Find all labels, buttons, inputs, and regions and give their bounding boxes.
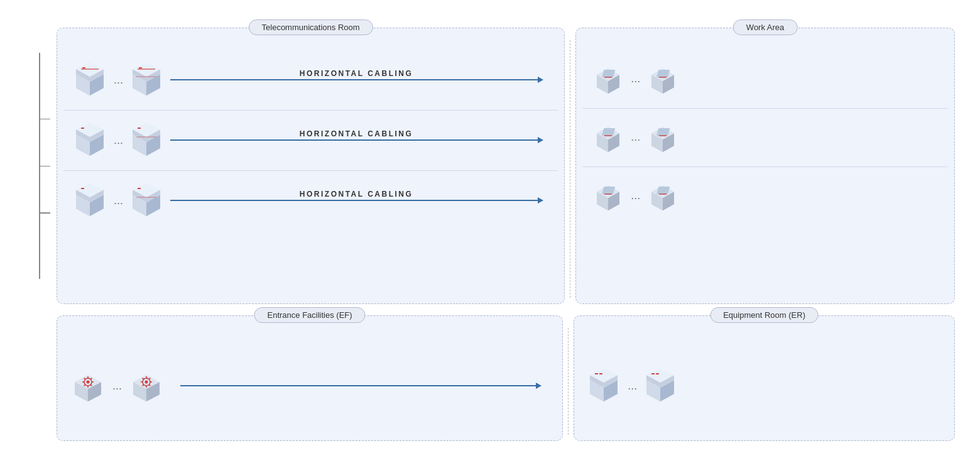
workstation-icon-2 — [646, 62, 679, 97]
svg-rect-15 — [139, 67, 142, 68]
bottom-section: Entrance Facilities (EF) — [57, 315, 955, 441]
wa-row-2: ... — [582, 109, 948, 167]
arrowhead-2 — [538, 137, 543, 143]
workstation-icon-3 — [592, 120, 624, 155]
equipment-room-label: Equipment Room (ER) — [710, 307, 819, 323]
svg-rect-46 — [138, 188, 141, 189]
svg-rect-38 — [81, 188, 84, 189]
bottom-section-divider — [568, 328, 569, 435]
h-cabling-connector-2: HORIZONTAL CABLING — [170, 139, 542, 141]
er-icon-group: ... — [587, 368, 678, 405]
server-icon-1 — [73, 62, 107, 99]
telecom-row-3: ... — [63, 171, 558, 231]
equipment-room-box: Equipment Room (ER) — [574, 315, 955, 441]
entrance-facilities-label: Entrance Facilities (EF) — [254, 307, 366, 323]
wa-dots-2: ... — [631, 131, 640, 144]
telecom-icon-group-3: ... — [73, 182, 164, 219]
h-cabling-text-3: HORIZONTAL CABLING — [300, 190, 413, 199]
ef-icon-group: ... — [70, 366, 165, 405]
telecom-room-box: Telecommunications Room — [57, 28, 565, 304]
ef-er-line — [180, 385, 540, 386]
wa-row-1: ... — [582, 50, 948, 109]
h-cabling-connector-3: HORIZONTAL CABLING — [170, 200, 542, 201]
workstation-icon-6 — [646, 178, 679, 214]
dots-2: ... — [114, 134, 123, 147]
work-area-box: Work Area — [575, 28, 955, 304]
wa-icon-group-3: ... — [592, 178, 679, 214]
svg-point-88 — [87, 381, 90, 384]
svg-rect-63 — [602, 128, 615, 136]
arrow-line-2 — [170, 139, 542, 141]
arrowhead-1 — [538, 77, 543, 83]
svg-rect-125 — [651, 373, 655, 374]
svg-rect-69 — [656, 128, 670, 136]
h-cabling-text-2: HORIZONTAL CABLING — [300, 129, 413, 138]
wa-dots-3: ... — [631, 189, 640, 202]
backbone-tick-2 — [39, 166, 50, 167]
er-icon-2 — [643, 368, 678, 405]
h-cabling-text-1: HORIZONTAL CABLING — [300, 69, 413, 78]
wa-row-3: ... — [582, 167, 948, 225]
workstation-icon-1 — [592, 62, 624, 97]
workstation-icon-5 — [592, 178, 624, 214]
svg-rect-126 — [656, 373, 659, 374]
section-divider — [570, 40, 570, 298]
svg-rect-7 — [82, 67, 85, 68]
telecom-room-label: Telecommunications Room — [249, 19, 373, 35]
svg-rect-23 — [81, 128, 84, 129]
backbone-tick-3 — [39, 212, 50, 214]
backbone-tick-1 — [39, 119, 50, 120]
svg-rect-31 — [138, 128, 141, 129]
server-icon-2 — [129, 62, 164, 99]
telecom-icon-group-1: ... — [73, 62, 164, 99]
top-boxes-pair: Telecommunications Room — [57, 28, 955, 304]
workstation-icon-4 — [646, 120, 679, 155]
er-dots: ... — [628, 379, 637, 393]
svg-rect-57 — [656, 70, 670, 77]
dots-1: ... — [114, 74, 123, 87]
ef-icon-1 — [70, 366, 106, 405]
telecom-row-1: ... — [63, 50, 558, 111]
work-area-label: Work Area — [733, 19, 797, 35]
ef-er-arrowhead — [536, 383, 542, 389]
telecom-icon-group-2: ... — [73, 122, 164, 159]
er-icon-1 — [587, 368, 621, 405]
arrowhead-3 — [538, 197, 543, 204]
svg-rect-118 — [599, 373, 602, 374]
wa-dots-1: ... — [631, 72, 640, 85]
arrow-line-3 — [170, 200, 542, 201]
h-cabling-connector-1: HORIZONTAL CABLING — [170, 79, 542, 80]
svg-rect-75 — [602, 187, 615, 194]
svg-rect-117 — [595, 373, 598, 374]
ef-dots: ... — [112, 379, 122, 393]
telecom-row-2: ... — [63, 111, 558, 171]
wa-icon-group-2: ... — [592, 120, 679, 155]
top-section: BACKBONE CABLING Telecommunications Room — [25, 15, 955, 304]
wa-icon-group-1: ... — [592, 62, 679, 97]
ef-icon-2 — [128, 366, 165, 405]
dots-3: ... — [114, 194, 123, 207]
server-icon-3 — [73, 122, 107, 159]
server-icon-5 — [73, 182, 107, 219]
server-icon-4 — [129, 122, 164, 159]
svg-point-102 — [145, 381, 148, 384]
backbone-cabling-area: BACKBONE CABLING — [25, 28, 57, 304]
server-icon-6 — [129, 182, 164, 219]
ef-row: ... — [70, 366, 550, 405]
svg-rect-81 — [656, 187, 670, 194]
arrow-line-1 — [170, 79, 542, 80]
svg-rect-51 — [602, 70, 615, 77]
entrance-facilities-box: Entrance Facilities (EF) — [57, 315, 563, 441]
main-container: BACKBONE CABLING Telecommunications Room — [13, 9, 967, 455]
